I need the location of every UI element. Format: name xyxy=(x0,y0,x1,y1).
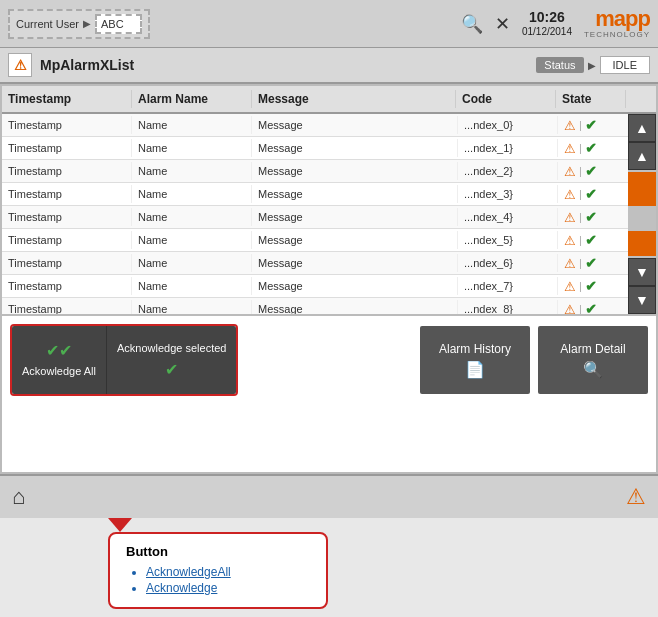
cell-code: ...ndex_0} xyxy=(458,116,558,134)
home-button[interactable]: ⌂ xyxy=(12,484,25,510)
alarm-detail-icon: 🔍 xyxy=(583,360,603,379)
check-state-icon: ✔ xyxy=(585,209,597,225)
table-row[interactable]: Timestamp Name Message ...ndex_8} ⚠ | ✔ xyxy=(2,298,628,314)
scrollbar-panel[interactable]: ▲ ▲ ▼ ▼ xyxy=(628,114,656,314)
cell-name: Name xyxy=(132,162,252,180)
alarm-detail-button[interactable]: Alarm Detail 🔍 xyxy=(538,326,648,394)
table-row[interactable]: Timestamp Name Message ...ndex_0} ⚠ | ✔ xyxy=(2,114,628,137)
cell-timestamp: Timestamp xyxy=(2,162,132,180)
cell-message: Message xyxy=(252,231,458,249)
cell-timestamp: Timestamp xyxy=(2,208,132,226)
pipe-separator: | xyxy=(579,257,582,269)
table-row[interactable]: Timestamp Name Message ...ndex_3} ⚠ | ✔ xyxy=(2,183,628,206)
title-icon: ⚠ xyxy=(8,53,32,77)
btn-group-left: ✔✔ Ackowledge All Acknowledge selected ✔ xyxy=(10,324,238,396)
main-content: Timestamp Alarm Name Message Code State … xyxy=(0,84,658,474)
table-row[interactable]: Timestamp Name Message ...ndex_6} ⚠ | ✔ xyxy=(2,252,628,275)
warning-state-icon: ⚠ xyxy=(564,233,576,248)
search-icon[interactable]: 🔍 xyxy=(461,13,483,35)
callout-box: Button AcknowledgeAll Acknowledge xyxy=(108,532,328,609)
cell-code: ...ndex_1} xyxy=(458,139,558,157)
cell-state: ⚠ | ✔ xyxy=(558,298,628,314)
col-timestamp: Timestamp xyxy=(2,90,132,108)
alarm-icon: ⚠ xyxy=(626,484,646,509)
cell-code: ...ndex_8} xyxy=(458,300,558,314)
col-alarm-name: Alarm Name xyxy=(132,90,252,108)
logo-text: mapp xyxy=(595,8,650,30)
table-body: Timestamp Name Message ...ndex_0} ⚠ | ✔ … xyxy=(2,114,628,314)
acknowledge-selected-icon: ✔ xyxy=(165,360,178,379)
check-state-icon: ✔ xyxy=(585,186,597,202)
table-row[interactable]: Timestamp Name Message ...ndex_7} ⚠ | ✔ xyxy=(2,275,628,298)
alarm-history-button[interactable]: Alarm History 📄 xyxy=(420,326,530,394)
pipe-separator: | xyxy=(579,303,582,314)
home-icon: ⌂ xyxy=(12,484,25,509)
check-state-icon: ✔ xyxy=(585,278,597,294)
time-block: 10:26 01/12/2014 xyxy=(522,9,572,38)
cell-timestamp: Timestamp xyxy=(2,139,132,157)
cell-name: Name xyxy=(132,231,252,249)
user-label: Current User xyxy=(16,18,79,30)
col-state: State xyxy=(556,90,626,108)
table-row[interactable]: Timestamp Name Message ...ndex_5} ⚠ | ✔ xyxy=(2,229,628,252)
check-state-icon: ✔ xyxy=(585,163,597,179)
callout-list: AcknowledgeAll Acknowledge xyxy=(126,565,310,595)
status-arrow: ▶ xyxy=(588,60,596,71)
warning-state-icon: ⚠ xyxy=(564,256,576,271)
cell-message: Message xyxy=(252,185,458,203)
alarm-button[interactable]: ⚠ xyxy=(626,484,646,510)
warning-state-icon: ⚠ xyxy=(564,141,576,156)
cell-name: Name xyxy=(132,254,252,272)
table-row[interactable]: Timestamp Name Message ...ndex_4} ⚠ | ✔ xyxy=(2,206,628,229)
scroll-up-btn[interactable]: ▲ xyxy=(628,142,656,170)
cell-code: ...ndex_2} xyxy=(458,162,558,180)
check-state-icon: ✔ xyxy=(585,117,597,133)
table-header: Timestamp Alarm Name Message Code State xyxy=(2,86,656,114)
acknowledge-all-label: Ackowledge All xyxy=(22,364,96,378)
col-scroll xyxy=(626,90,656,108)
cell-timestamp: Timestamp xyxy=(2,254,132,272)
scroll-track[interactable] xyxy=(628,172,656,256)
scroll-down-btn[interactable]: ▼ xyxy=(628,258,656,286)
cell-code: ...ndex_6} xyxy=(458,254,558,272)
callout-item-acknowledge[interactable]: Acknowledge xyxy=(146,581,310,595)
user-section: Current User ▶ ABC xyxy=(8,9,150,39)
date-display: 01/12/2014 xyxy=(522,26,572,38)
table-row[interactable]: Timestamp Name Message ...ndex_2} ⚠ | ✔ xyxy=(2,160,628,183)
table-body-wrapper: Timestamp Name Message ...ndex_0} ⚠ | ✔ … xyxy=(2,114,656,314)
pipe-separator: | xyxy=(579,211,582,223)
check-state-icon: ✔ xyxy=(585,301,597,314)
cell-state: ⚠ | ✔ xyxy=(558,275,628,297)
cell-timestamp: Timestamp xyxy=(2,300,132,314)
scroll-down-bottom-btn[interactable]: ▼ xyxy=(628,286,656,314)
alarm-history-icon: 📄 xyxy=(465,360,485,379)
cell-name: Name xyxy=(132,208,252,226)
table-row[interactable]: Timestamp Name Message ...ndex_1} ⚠ | ✔ xyxy=(2,137,628,160)
page-title: MpAlarmXList xyxy=(40,57,528,73)
check-state-icon: ✔ xyxy=(585,255,597,271)
mapp-logo: mapp TECHNOLOGY xyxy=(584,8,650,39)
buttons-area: ✔✔ Ackowledge All Acknowledge selected ✔… xyxy=(2,314,656,404)
check-state-icon: ✔ xyxy=(585,232,597,248)
cell-state: ⚠ | ✔ xyxy=(558,206,628,228)
cell-message: Message xyxy=(252,277,458,295)
cell-state: ⚠ | ✔ xyxy=(558,160,628,182)
top-bar: Current User ▶ ABC 🔍 ✕ 10:26 01/12/2014 … xyxy=(0,0,658,48)
col-message: Message xyxy=(252,90,456,108)
pipe-separator: | xyxy=(579,142,582,154)
warning-state-icon: ⚠ xyxy=(564,279,576,294)
pipe-separator: | xyxy=(579,165,582,177)
pipe-separator: | xyxy=(579,280,582,292)
alarm-detail-label: Alarm Detail xyxy=(560,342,625,356)
scroll-up-top-btn[interactable]: ▲ xyxy=(628,114,656,142)
warning-state-icon: ⚠ xyxy=(564,118,576,133)
callout-item-acknowledge-all[interactable]: AcknowledgeAll xyxy=(146,565,310,579)
pipe-separator: | xyxy=(579,234,582,246)
cell-message: Message xyxy=(252,116,458,134)
settings-icon[interactable]: ✕ xyxy=(495,13,510,35)
cell-state: ⚠ | ✔ xyxy=(558,137,628,159)
cell-state: ⚠ | ✔ xyxy=(558,252,628,274)
status-section: Status ▶ IDLE xyxy=(536,56,650,74)
acknowledge-selected-button[interactable]: Acknowledge selected ✔ xyxy=(107,326,236,394)
acknowledge-all-button[interactable]: ✔✔ Ackowledge All xyxy=(12,326,107,394)
